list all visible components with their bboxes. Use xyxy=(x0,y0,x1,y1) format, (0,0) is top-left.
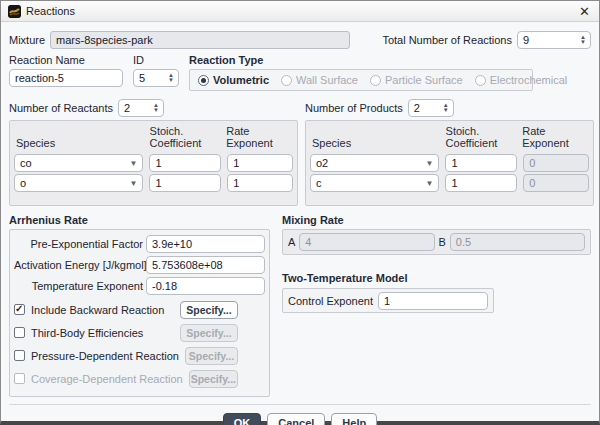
right-column: Mixing Rate A 4 B 0.5 Two-Temperature Mo… xyxy=(282,214,591,397)
reaction-id-value[interactable]: 5 xyxy=(134,70,164,86)
control-exponent-field[interactable]: 1 xyxy=(378,292,488,310)
reactant-species-dropdown[interactable]: o ▼ xyxy=(14,174,143,192)
reactant-rate-field[interactable]: 1 xyxy=(227,174,293,192)
two-temperature-section: Two-Temperature Model Control Exponent 1 xyxy=(282,272,591,313)
col-stoich-coefficient: Stoich. Coefficient xyxy=(150,125,221,149)
specify-coverage-button: Specify... xyxy=(189,370,238,388)
arrhenius-column: Arrhenius Rate Pre-Exponential Factor 3.… xyxy=(9,214,270,397)
arrhenius-box: Pre-Exponential Factor 3.9e+10 Activatio… xyxy=(9,229,270,397)
arrhenius-title: Arrhenius Rate xyxy=(9,214,88,226)
radio-particle-surface-label: Particle Surface xyxy=(385,74,463,86)
help-button[interactable]: Help xyxy=(331,413,377,425)
reaction-name-label: Reaction Name xyxy=(9,54,123,66)
reaction-type-label: Reaction Type xyxy=(189,54,533,66)
reaction-row: Reaction Name reaction-5 ID 5 ▲▼ Reactio… xyxy=(9,54,591,91)
checkbox-icon[interactable] xyxy=(14,327,25,338)
checkbox-icon[interactable] xyxy=(14,350,25,361)
table-row: c ▼ 1 0 xyxy=(310,174,589,192)
spinner-arrows-icon[interactable]: ▲▼ xyxy=(164,70,178,86)
reaction-type-group: Reaction Type Volumetric Wall Surface Pa… xyxy=(189,54,533,91)
reactants-count-stepper[interactable]: 2 ▲▼ xyxy=(118,99,164,117)
reactant-coeff-field[interactable]: 1 xyxy=(149,174,221,192)
spinner-arrows-icon[interactable]: ▲▼ xyxy=(439,100,453,116)
products-count-row: Number of Products 2 ▲▼ xyxy=(305,98,594,118)
coverage-dependent-row: Coverage-Dependent Reaction Specify... xyxy=(14,367,265,390)
activation-energy-row: Activation Energy [J/kgmol] 5.753608e+08 xyxy=(14,256,265,274)
pre-exponential-field[interactable]: 3.9e+10 xyxy=(146,235,265,253)
mixing-rate-a-field: 4 xyxy=(299,233,434,251)
reactants-count-value[interactable]: 2 xyxy=(119,100,149,116)
radio-selected-icon[interactable] xyxy=(198,75,209,86)
product-coeff-field[interactable]: 1 xyxy=(445,154,517,172)
reactant-species-value: o xyxy=(20,177,26,189)
chevron-down-icon: ▼ xyxy=(426,179,434,188)
rates-section: Arrhenius Rate Pre-Exponential Factor 3.… xyxy=(9,214,591,397)
col-rate-exponent: Rate Exponent xyxy=(226,125,291,149)
chevron-down-icon: ▼ xyxy=(130,179,138,188)
specify-backward-button[interactable]: Specify... xyxy=(180,301,238,319)
pre-exponential-label: Pre-Exponential Factor xyxy=(14,238,143,250)
activation-energy-field[interactable]: 5.753608e+08 xyxy=(146,256,265,274)
product-species-value: o2 xyxy=(316,157,328,169)
cancel-button[interactable]: Cancel xyxy=(267,413,325,425)
species-section: Number of Reactants 2 ▲▼ Species Stoich.… xyxy=(9,98,591,206)
radio-volumetric-label: Volumetric xyxy=(213,74,269,86)
temperature-exponent-row: Temperature Exponent -0.18 xyxy=(14,277,265,295)
radio-icon xyxy=(475,75,486,86)
mixing-rate-b-label: B xyxy=(439,236,446,248)
dialog-body: Mixture mars-8species-park Total Number … xyxy=(1,22,599,425)
products-count-stepper[interactable]: 2 ▲▼ xyxy=(408,99,454,117)
radio-icon xyxy=(281,75,292,86)
footer-buttons: OK Cancel Help xyxy=(9,404,591,425)
reactant-rate-field[interactable]: 1 xyxy=(227,154,293,172)
product-species-value: c xyxy=(316,177,322,189)
reactant-coeff-field[interactable]: 1 xyxy=(149,154,221,172)
title-bar[interactable]: Reactions ✕ xyxy=(1,1,599,22)
total-reactions-label: Total Number of Reactions xyxy=(382,34,512,46)
products-count-label: Number of Products xyxy=(305,102,403,114)
mixture-row: Mixture mars-8species-park Total Number … xyxy=(9,31,591,49)
temperature-exponent-field[interactable]: -0.18 xyxy=(146,277,265,295)
product-species-dropdown[interactable]: o2 ▼ xyxy=(310,154,439,172)
reaction-name-group: Reaction Name reaction-5 xyxy=(9,54,123,91)
specify-pressure-button: Specify... xyxy=(185,347,238,365)
reactant-species-dropdown[interactable]: co ▼ xyxy=(14,154,143,172)
col-species: Species xyxy=(16,137,144,149)
table-row: co ▼ 1 1 xyxy=(14,154,293,172)
product-species-dropdown[interactable]: c ▼ xyxy=(310,174,439,192)
radio-wall-surface: Wall Surface xyxy=(281,74,358,86)
mixing-rate-box: A 4 B 0.5 xyxy=(282,229,591,255)
reactants-count-row: Number of Reactants 2 ▲▼ xyxy=(9,98,298,118)
third-body-row: Third-Body Efficiencies Specify... xyxy=(14,321,265,344)
product-coeff-field[interactable]: 1 xyxy=(445,174,517,192)
mixing-rate-a-label: A xyxy=(288,236,295,248)
checkbox-checked-icon[interactable] xyxy=(14,304,25,315)
chevron-down-icon: ▼ xyxy=(130,159,138,168)
product-rate-field: 0 xyxy=(523,174,589,192)
reaction-name-field[interactable]: reaction-5 xyxy=(9,69,123,87)
specify-third-body-button: Specify... xyxy=(180,324,238,342)
checkbox-icon xyxy=(14,373,25,384)
third-body-label: Third-Body Efficiencies xyxy=(31,327,143,339)
products-count-value[interactable]: 2 xyxy=(409,100,439,116)
radio-particle-surface: Particle Surface xyxy=(370,74,463,86)
reactants-panel: Number of Reactants 2 ▲▼ Species Stoich.… xyxy=(9,98,298,206)
chevron-down-icon: ▼ xyxy=(426,159,434,168)
table-row: o ▼ 1 1 xyxy=(14,174,293,192)
reactants-table: Species Stoich. Coefficient Rate Exponen… xyxy=(9,120,298,206)
total-reactions-stepper[interactable]: 9 ▲▼ xyxy=(517,31,591,49)
radio-volumetric[interactable]: Volumetric xyxy=(198,74,269,86)
col-species: Species xyxy=(312,137,440,149)
close-icon[interactable]: ✕ xyxy=(577,5,592,18)
total-reactions-group: Total Number of Reactions 9 ▲▼ xyxy=(382,31,591,49)
reactant-species-value: co xyxy=(20,157,32,169)
reaction-id-stepper[interactable]: 5 ▲▼ xyxy=(133,69,179,87)
spinner-arrows-icon[interactable]: ▲▼ xyxy=(576,32,590,48)
radio-electrochemical-label: Electrochemical xyxy=(490,74,568,86)
products-table-header: Species Stoich. Coefficient Rate Exponen… xyxy=(310,124,589,152)
total-reactions-value[interactable]: 9 xyxy=(518,32,576,48)
spinner-arrows-icon[interactable]: ▲▼ xyxy=(149,100,163,116)
ok-button[interactable]: OK xyxy=(223,413,262,425)
two-temperature-title: Two-Temperature Model xyxy=(282,272,408,284)
mixture-field: mars-8species-park xyxy=(50,31,350,49)
